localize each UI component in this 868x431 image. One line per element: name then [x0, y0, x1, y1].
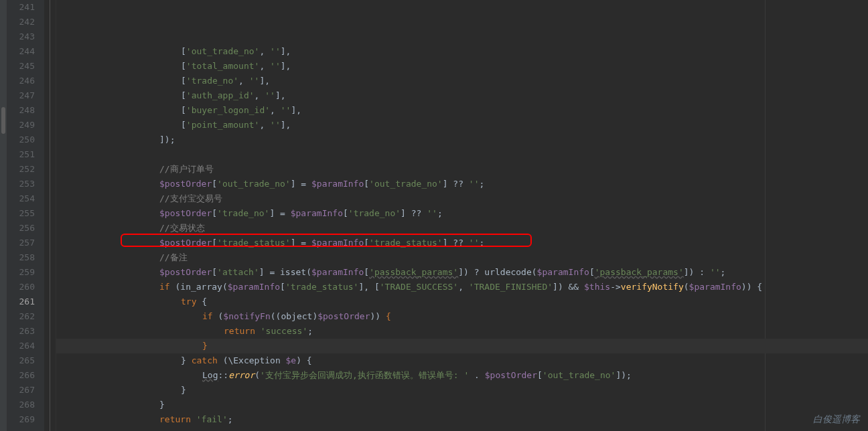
line-number: 260 [7, 280, 35, 294]
code-line[interactable] [56, 427, 868, 431]
line-number: 251 [7, 147, 35, 162]
code-line[interactable]: } [56, 339, 868, 353]
line-number: 242 [7, 15, 35, 29]
line-number: 262 [7, 309, 35, 324]
line-number: 252 [7, 162, 35, 177]
code-line[interactable]: ['total_amount', ''], [56, 59, 868, 74]
code-line[interactable]: $postOrder['trade_status'] = $paramInfo[… [56, 236, 868, 250]
code-line[interactable]: //备注 [56, 250, 868, 265]
code-line[interactable]: } catch (\Exception $e) { [56, 353, 868, 368]
code-line[interactable]: //支付宝交易号 [56, 191, 868, 206]
code-line[interactable]: ]); [56, 133, 868, 147]
line-number: 244 [7, 44, 35, 59]
line-number: 265 [7, 353, 35, 368]
line-number: 259 [7, 265, 35, 280]
line-number-gutter: 2412422432442452462472482492502512522532… [7, 0, 44, 431]
code-line[interactable]: $postOrder['out_trade_no'] = $paramInfo[… [56, 177, 868, 191]
code-line[interactable]: return 'fail'; [56, 412, 868, 427]
code-line[interactable]: //商户订单号 [56, 162, 868, 177]
code-line[interactable]: } [56, 398, 868, 412]
code-line[interactable] [56, 147, 868, 162]
code-line[interactable]: ['out_trade_no', ''], [56, 44, 868, 59]
scrollbar-thumb[interactable] [1, 107, 5, 134]
line-number: 257 [7, 236, 35, 250]
line-number: 253 [7, 177, 35, 191]
line-number: 255 [7, 206, 35, 221]
line-number: 268 [7, 398, 35, 412]
line-number: 258 [7, 250, 35, 265]
code-line[interactable]: $postOrder['trade_no'] = $paramInfo['tra… [56, 206, 868, 221]
code-line[interactable]: try { [56, 294, 868, 309]
code-line[interactable]: Log::error('支付宝异步会回调成功,执行函数错误。错误单号: ' . … [56, 368, 868, 383]
code-area[interactable]: ['out_trade_no', ''],['total_amount', ''… [56, 0, 868, 431]
line-number: 247 [7, 88, 35, 103]
line-number: 261 [7, 294, 35, 309]
line-number: 256 [7, 221, 35, 236]
line-number: 241 [7, 0, 35, 15]
code-line[interactable]: if (in_array($paramInfo['trade_status'],… [56, 280, 868, 294]
vertical-scrollbar[interactable] [0, 0, 7, 431]
line-number: 246 [7, 74, 35, 88]
code-line[interactable]: //交易状态 [56, 221, 868, 236]
line-number: 245 [7, 59, 35, 74]
code-line[interactable]: ['buyer_logon_id', ''], [56, 103, 868, 118]
code-line[interactable]: $postOrder['attach'] = isset($paramInfo[… [56, 265, 868, 280]
code-line[interactable]: ['trade_no', ''], [56, 74, 868, 88]
code-line[interactable]: ['auth_app_id', ''], [56, 88, 868, 103]
line-number: 248 [7, 103, 35, 118]
line-number: 266 [7, 368, 35, 383]
line-number: 270 [7, 427, 35, 431]
code-line[interactable]: } [56, 383, 868, 398]
line-number: 264 [7, 339, 35, 353]
line-number: 243 [7, 29, 35, 44]
code-line[interactable]: ['point_amount', ''], [56, 118, 868, 133]
line-number: 249 [7, 118, 35, 133]
line-number: 254 [7, 191, 35, 206]
line-number: 269 [7, 412, 35, 427]
line-number: 263 [7, 324, 35, 339]
watermark: 白俊遥博客 [813, 412, 860, 427]
line-number: 267 [7, 383, 35, 398]
code-line[interactable]: return 'success'; [56, 324, 868, 339]
line-number: 250 [7, 133, 35, 147]
code-line[interactable]: if ($notifyFn((object)$postOrder)) { [56, 309, 868, 324]
fold-gutter[interactable] [44, 0, 56, 431]
code-editor[interactable]: 2412422432442452462472482492502512522532… [0, 0, 868, 431]
